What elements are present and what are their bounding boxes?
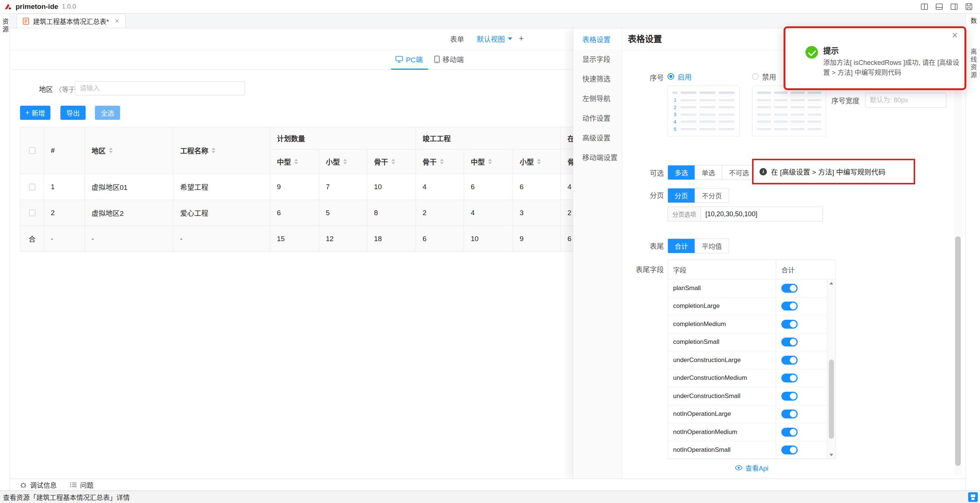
col-header-project[interactable]: 工程名称 (173, 127, 270, 174)
default-view-dropdown[interactable]: 默认视图 (477, 34, 512, 44)
fields-scrollbar[interactable] (827, 279, 835, 458)
layout-icon[interactable] (950, 3, 958, 10)
cell-total: 18 (368, 226, 416, 252)
cell-value: 6 (270, 200, 319, 226)
sort-icon[interactable] (537, 159, 541, 164)
data-rail-tab[interactable]: 数 (969, 18, 978, 25)
problems-tab[interactable]: 问题 (70, 480, 94, 490)
debug-info-tab[interactable]: 调试信息 (20, 480, 57, 490)
paging-on-option[interactable]: 分页 (668, 188, 695, 203)
col-header-plan-medium[interactable]: 中型 (270, 150, 319, 174)
filter-input[interactable] (75, 81, 245, 95)
scroll-up-icon[interactable] (827, 279, 835, 287)
cell-total: 6 (416, 226, 464, 252)
cell-value: 4 (416, 174, 464, 200)
sort-icon[interactable] (212, 148, 215, 153)
scrollbar-thumb[interactable] (829, 359, 834, 439)
save-layout-icon[interactable] (965, 3, 973, 10)
serial-disabled-preview (752, 86, 826, 137)
col-header-plan-large[interactable]: 骨干 (368, 150, 416, 174)
tab-mobile[interactable]: 移动端 (434, 54, 464, 64)
field-toggle[interactable] (781, 428, 798, 437)
toggle-panel-icon[interactable] (935, 3, 943, 10)
sort-icon[interactable] (440, 159, 444, 164)
field-toggle[interactable] (781, 338, 798, 347)
tab-pc[interactable]: PC端 (396, 54, 423, 64)
nav-mobile-settings[interactable]: 移动端设置 (573, 147, 622, 167)
panel-scrollbar-thumb[interactable] (955, 236, 961, 466)
field-toggle[interactable] (781, 320, 798, 329)
split-editor-icon[interactable] (921, 3, 928, 10)
plus-icon: + (25, 109, 30, 117)
sort-icon[interactable] (343, 159, 347, 164)
cell-value: 8 (368, 200, 416, 226)
serial-width-label: 序号宽度 (831, 95, 859, 105)
add-view-button[interactable]: + (519, 34, 524, 43)
field-toggle[interactable] (781, 302, 798, 310)
export-button[interactable]: 导出 (60, 106, 86, 120)
sort-icon[interactable] (294, 159, 298, 164)
tab-close-icon[interactable]: × (115, 17, 119, 25)
col-header-region[interactable]: 地区 (85, 127, 173, 174)
footer-sum-option[interactable]: 合计 (668, 239, 695, 253)
serial-disable-radio[interactable]: 禁用 (752, 72, 776, 81)
tab-form[interactable]: 表单 (450, 34, 464, 44)
nav-left-navigation[interactable]: 左侧导航 (573, 88, 622, 108)
field-toggle[interactable] (781, 284, 798, 293)
field-toggle[interactable] (781, 374, 798, 382)
nav-table-settings[interactable]: 表格设置 (573, 29, 622, 49)
sort-icon[interactable] (391, 159, 395, 164)
field-toggle[interactable] (781, 410, 798, 418)
selectable-multi-option[interactable]: 多选 (668, 165, 695, 180)
select-all-checkbox[interactable] (29, 147, 36, 154)
view-api-link[interactable]: 查看Api (668, 463, 836, 473)
selectable-single-option[interactable]: 单选 (695, 165, 722, 180)
toast-close-icon[interactable]: × (952, 30, 958, 41)
cell-value: 9 (270, 174, 319, 200)
panel-scrollbar[interactable] (954, 59, 962, 475)
radio-icon (668, 73, 674, 80)
cell-value: 5 (319, 200, 368, 226)
field-row: underConstructionMedium (668, 369, 835, 388)
select-all-button[interactable]: 全选 (95, 106, 120, 120)
status-text[interactable]: 查看资源「建筑工程基本情况汇总表」详情 (3, 492, 130, 502)
col-header-completion-small[interactable]: 小型 (513, 150, 561, 174)
row-checkbox[interactable] (29, 184, 36, 190)
serial-width-input[interactable] (865, 93, 946, 108)
document-tab[interactable]: 建筑工程基本情况汇总表* × (16, 14, 126, 28)
field-toggle[interactable] (781, 356, 798, 365)
scroll-down-icon[interactable] (827, 451, 835, 458)
footer-avg-option[interactable]: 平均值 (695, 239, 729, 253)
resources-rail-tab[interactable]: 资源 (0, 18, 10, 34)
selectable-segmented: 多选 单选 不可选 (668, 165, 756, 180)
paging-options-input[interactable] (700, 207, 823, 222)
serial-disable-label: 禁用 (762, 72, 776, 81)
view-api-label: 查看Api (745, 463, 768, 473)
sort-icon[interactable] (488, 159, 492, 164)
right-rail: 数 离线资源 (966, 14, 980, 490)
serial-enable-radio[interactable]: 启用 (668, 72, 692, 81)
sort-icon[interactable] (109, 148, 113, 153)
total-label: 合 (21, 226, 44, 252)
row-checkbox[interactable] (29, 209, 36, 216)
document-tab-title: 建筑工程基本情况汇总表* (33, 16, 109, 26)
nav-advanced-settings[interactable]: 高级设置 (573, 128, 622, 147)
offline-resources-rail-tab[interactable]: 离线资源 (969, 48, 978, 79)
cell-dash: - (44, 226, 85, 252)
problems-label: 问题 (80, 480, 94, 490)
add-row-button[interactable]: + 新增 (20, 106, 51, 120)
field-row: notInOperationMedium (668, 423, 835, 441)
col-header-completion-large[interactable]: 骨干 (416, 150, 464, 174)
col-header-completion-medium[interactable]: 中型 (464, 150, 513, 174)
col-header-plan-small[interactable]: 小型 (319, 150, 368, 174)
nav-action-settings[interactable]: 动作设置 (573, 108, 622, 128)
nav-display-fields[interactable]: 显示字段 (573, 49, 622, 69)
field-toggle[interactable] (781, 392, 798, 401)
save-icon[interactable] (968, 492, 978, 503)
chevron-down-icon (508, 37, 512, 40)
cell-total: 10 (464, 226, 513, 252)
field-toggle[interactable] (781, 446, 798, 454)
paging-off-option[interactable]: 不分页 (695, 188, 729, 203)
selectable-none-option[interactable]: 不可选 (722, 165, 756, 180)
nav-quick-filter[interactable]: 快速筛选 (573, 69, 622, 88)
